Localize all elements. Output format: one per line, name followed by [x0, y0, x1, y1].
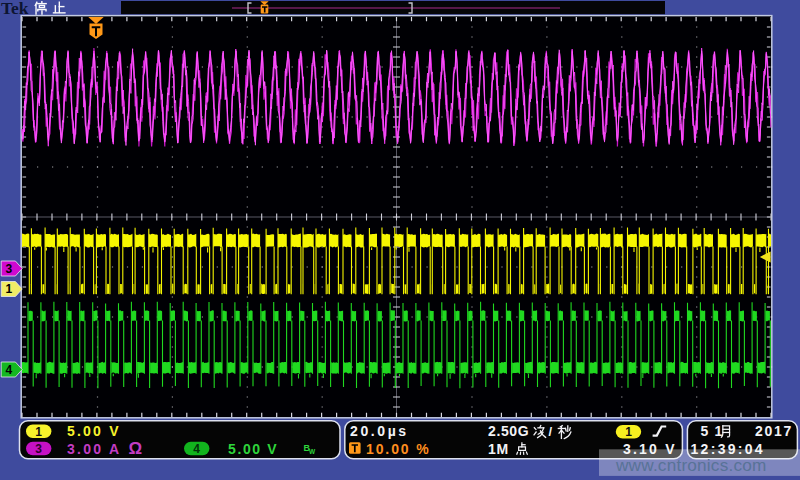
svg-text:5 1: 5 1: [701, 423, 724, 439]
svg-text:3: 3: [35, 442, 42, 456]
svg-text:5.00 V: 5.00 V: [228, 441, 278, 457]
svg-text:3.00 A: 3.00 A: [67, 441, 122, 457]
svg-text:2017: 2017: [755, 423, 793, 439]
svg-text:www.cntronics.com: www.cntronics.com: [615, 455, 766, 475]
svg-text:1: 1: [5, 282, 12, 296]
svg-text:20.0µs: 20.0µs: [350, 423, 409, 439]
svg-text:4: 4: [5, 363, 12, 377]
svg-text:10.00 %: 10.00 %: [366, 441, 431, 457]
svg-text:/: /: [549, 424, 553, 439]
svg-text:Ω: Ω: [129, 439, 143, 458]
svg-text:1: 1: [625, 425, 632, 439]
svg-text:1M: 1M: [488, 441, 509, 457]
svg-text:2.50G: 2.50G: [488, 423, 529, 439]
svg-text:5.00 V: 5.00 V: [67, 423, 121, 439]
svg-text:W: W: [309, 448, 316, 455]
svg-text:3: 3: [5, 262, 12, 276]
svg-text:1: 1: [35, 425, 42, 439]
svg-text:4: 4: [193, 442, 200, 456]
